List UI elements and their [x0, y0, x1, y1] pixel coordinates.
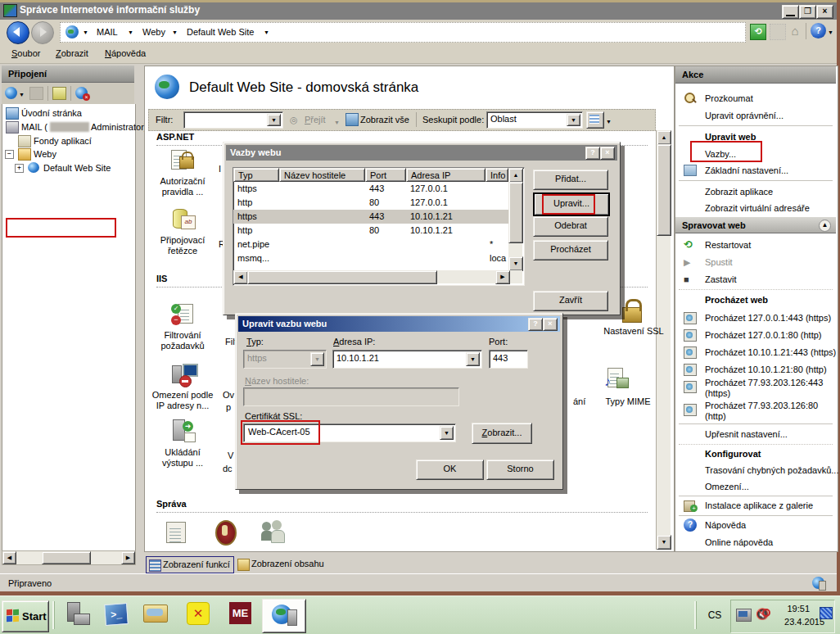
action-stop[interactable]: ■ Zastavit: [677, 271, 836, 288]
binding-row[interactable]: net.pipe *: [233, 238, 508, 251]
quicklaunch-me-icon[interactable]: ME: [229, 602, 254, 627]
forward-button[interactable]: [31, 21, 54, 44]
clock-date[interactable]: 23.4.2015: [784, 617, 824, 627]
scrollbar-thumb[interactable]: [508, 182, 523, 243]
action-basic-settings[interactable]: Základní nastavení...: [677, 162, 836, 179]
quicklaunch-powershell-icon[interactable]: >_: [105, 602, 129, 627]
binding-row[interactable]: http 80 10.10.1.21: [233, 224, 508, 238]
binding-row[interactable]: msmq... loca: [233, 251, 508, 265]
action-browse-6[interactable]: Procházet 77.93.203.126:80 (http): [677, 399, 836, 422]
connections-hscrollbar[interactable]: ◀ ▶: [2, 550, 136, 565]
show-all-button[interactable]: Zobrazit vše: [360, 115, 409, 125]
feature-delegation-icon[interactable]: [215, 520, 240, 543]
column-ip[interactable]: Adresa IP: [406, 168, 485, 182]
cert-select[interactable]: Web-CAcert-05 ▼: [243, 423, 456, 442]
restore-button[interactable]: ❐: [799, 5, 816, 19]
close-dialog-button[interactable]: Zavřít: [533, 291, 608, 311]
view-cert-button[interactable]: Zobrazit...: [472, 423, 532, 444]
start-button[interactable]: Start: [2, 600, 49, 632]
configuration-editor-icon[interactable]: [166, 522, 191, 543]
scrollbar-thumb[interactable]: [42, 551, 91, 564]
binding-row[interactable]: http 80 127.0.0.1: [233, 196, 508, 210]
column-typ[interactable]: Typ: [233, 168, 279, 182]
action-view-virtual-dirs[interactable]: Zobrazit virtuální adresáře: [677, 200, 836, 216]
column-port[interactable]: Port: [365, 168, 406, 182]
taskbar-active-iis-icon[interactable]: [262, 599, 306, 633]
scrollbar-thumb[interactable]: [657, 144, 671, 236]
scroll-down-icon[interactable]: ▼: [508, 256, 523, 271]
chevron-down-icon[interactable]: ▼: [83, 27, 88, 38]
back-button[interactable]: [7, 21, 29, 44]
action-browse-4[interactable]: Procházet 10.10.1.21:80 (http): [677, 361, 836, 378]
network-tray-icon[interactable]: [736, 609, 752, 622]
column-info[interactable]: Info: [485, 168, 508, 182]
action-edit-permissions[interactable]: Upravit oprávnění...: [677, 107, 836, 124]
action-advanced-settings[interactable]: Upřesnit nastavení...: [677, 426, 836, 442]
quicklaunch-yellow-app-icon[interactable]: ✕: [187, 602, 211, 627]
output-caching-label[interactable]: Ukládání výstupu ...: [151, 447, 214, 469]
request-filtering-icon[interactable]: ✓ −: [171, 302, 196, 327]
chevron-down-icon[interactable]: ▼: [440, 426, 454, 440]
ssl-settings-icon[interactable]: [621, 299, 645, 324]
breadcrumb-sites[interactable]: Weby: [142, 27, 165, 37]
dialog-help-icon[interactable]: ?: [528, 318, 543, 331]
create-connection-icon[interactable]: [5, 87, 17, 99]
close-button[interactable]: ×: [816, 5, 833, 19]
scroll-left-icon[interactable]: ◀: [233, 270, 248, 284]
mime-types-icon[interactable]: ♪: [604, 368, 629, 392]
action-browse-5[interactable]: Procházet 77.93.203.126:443 (https): [677, 376, 836, 399]
collapse-chevron-icon[interactable]: ▲: [819, 220, 831, 232]
filter-input[interactable]: ▼: [183, 111, 283, 129]
dialog-close-icon[interactable]: ×: [600, 147, 615, 160]
cancel-button[interactable]: Storno: [486, 460, 554, 480]
ssl-settings-label[interactable]: Nastavení SSL: [599, 326, 668, 337]
tray-app-icon[interactable]: [820, 607, 833, 619]
scroll-left-icon[interactable]: ◀: [2, 551, 16, 564]
action-view-applications[interactable]: Zobrazit aplikace: [677, 183, 836, 200]
mime-types-label[interactable]: Typy MIME: [599, 396, 657, 407]
action-failed-request-tracing[interactable]: Trasování chybných požadavků...: [677, 462, 836, 478]
minimize-button[interactable]: [782, 5, 799, 19]
chevron-down-icon[interactable]: ▼: [172, 27, 178, 38]
authorization-rules-label[interactable]: Autorizační pravidla ...: [151, 176, 214, 197]
quicklaunch-server-manager-icon[interactable]: [65, 602, 90, 627]
chevron-down-icon[interactable]: ▼: [19, 89, 25, 101]
tab-content-view[interactable]: Zobrazení obsahu: [236, 556, 327, 572]
browse-button[interactable]: Procházet: [533, 240, 608, 260]
content-vscrollbar[interactable]: ▲ ▼: [656, 130, 671, 550]
authorization-rules-icon[interactable]: [171, 150, 196, 174]
chevron-down-icon[interactable]: ▼: [128, 27, 133, 38]
scroll-right-icon[interactable]: ▶: [495, 270, 510, 284]
menu-file[interactable]: Soubor: [11, 48, 40, 58]
iis-users-icon[interactable]: [261, 520, 286, 543]
connection-strings-icon[interactable]: ab: [171, 207, 196, 232]
volume-muted-icon[interactable]: 🔇: [756, 608, 769, 620]
menu-help[interactable]: Nápověda: [105, 48, 146, 58]
action-browse-1[interactable]: Procházet 127.0.0.1:443 (https): [677, 310, 836, 326]
group-by-select[interactable]: Oblast ▼: [486, 111, 583, 129]
bindings-hscrollbar[interactable]: ◀ ▶: [233, 270, 522, 283]
binding-row-selected[interactable]: https 443 10.10.1.21: [233, 210, 508, 224]
action-online-help[interactable]: Online nápověda: [677, 534, 836, 550]
breadcrumb-server[interactable]: MAIL: [97, 27, 118, 37]
disconnect-icon[interactable]: ×: [75, 87, 88, 99]
tab-features-view[interactable]: Zobrazení funkcí: [146, 556, 234, 573]
action-explore[interactable]: Prozkoumat: [677, 90, 836, 106]
scroll-right-icon[interactable]: ▶: [121, 551, 135, 564]
scroll-up-icon[interactable]: ▲: [657, 130, 671, 145]
refresh-icon[interactable]: ⟲: [750, 24, 766, 40]
port-input[interactable]: 443: [489, 350, 528, 369]
edit-button[interactable]: Upravit...: [533, 192, 610, 216]
chevron-down-icon[interactable]: ▼: [264, 27, 269, 38]
action-limits[interactable]: Omezení...: [677, 478, 836, 495]
request-filtering-label[interactable]: Filtrování požadavků: [151, 330, 214, 351]
expand-expander[interactable]: +: [15, 164, 24, 173]
chevron-down-icon[interactable]: ▼: [466, 352, 480, 366]
help-icon[interactable]: ?: [811, 23, 826, 38]
menu-view[interactable]: Zobrazit: [56, 48, 88, 58]
scroll-down-icon[interactable]: ▼: [657, 535, 671, 550]
scroll-up-icon[interactable]: ▲: [508, 168, 523, 183]
action-browse-2[interactable]: Procházet 127.0.0.1:80 (http): [677, 327, 836, 343]
quicklaunch-explorer-icon[interactable]: [143, 602, 168, 627]
collapse-expander[interactable]: −: [5, 150, 14, 159]
